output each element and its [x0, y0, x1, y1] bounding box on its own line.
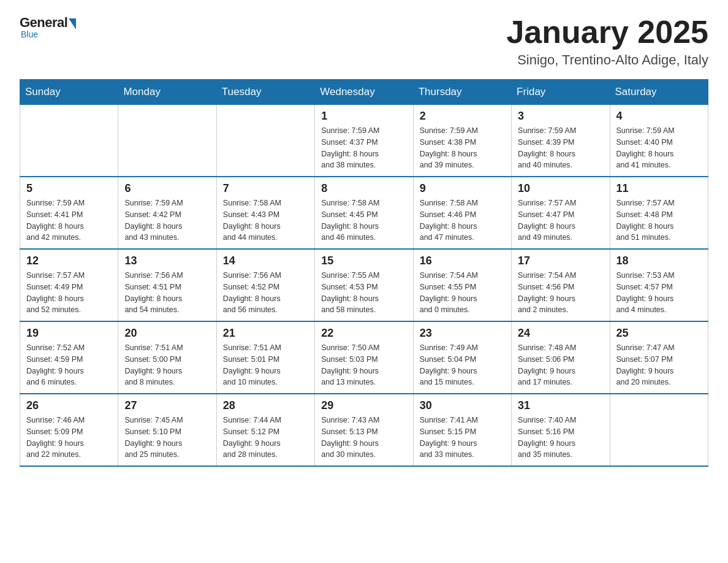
day-info: Sunrise: 7:55 AMSunset: 4:53 PMDaylight:…: [321, 270, 406, 316]
day-number: 15: [321, 255, 406, 267]
day-info: Sunrise: 7:58 AMSunset: 4:45 PMDaylight:…: [321, 197, 406, 243]
day-number: 26: [26, 399, 112, 412]
title-block: January 2025 Sinigo, Trentino-Alto Adige…: [506, 15, 708, 68]
logo-blue-text: Blue: [21, 29, 38, 39]
logo-general-text: General: [20, 15, 67, 31]
calendar-cell: [216, 105, 314, 177]
day-info: Sunrise: 7:56 AMSunset: 4:52 PMDaylight:…: [223, 270, 308, 316]
day-number: 1: [321, 110, 406, 123]
calendar-cell: 24Sunrise: 7:48 AMSunset: 5:06 PMDayligh…: [512, 321, 610, 394]
day-number: 18: [616, 255, 702, 267]
day-info: Sunrise: 7:40 AMSunset: 5:16 PMDaylight:…: [518, 415, 603, 461]
day-info: Sunrise: 7:59 AMSunset: 4:39 PMDaylight:…: [518, 125, 603, 171]
calendar-cell: 30Sunrise: 7:41 AMSunset: 5:15 PMDayligh…: [413, 394, 511, 466]
week-row-3: 12Sunrise: 7:57 AMSunset: 4:49 PMDayligh…: [20, 249, 708, 321]
day-info: Sunrise: 7:43 AMSunset: 5:13 PMDaylight:…: [321, 415, 406, 461]
calendar-cell: 26Sunrise: 7:46 AMSunset: 5:09 PMDayligh…: [20, 394, 118, 466]
day-info: Sunrise: 7:58 AMSunset: 4:43 PMDaylight:…: [223, 197, 308, 243]
calendar-cell: [20, 105, 118, 177]
calendar-cell: 9Sunrise: 7:58 AMSunset: 4:46 PMDaylight…: [413, 177, 511, 249]
day-info: Sunrise: 7:45 AMSunset: 5:10 PMDaylight:…: [124, 415, 210, 461]
day-number: 29: [321, 399, 406, 412]
day-info: Sunrise: 7:57 AMSunset: 4:48 PMDaylight:…: [616, 197, 702, 243]
calendar-header: SundayMondayTuesdayWednesdayThursdayFrid…: [20, 80, 708, 105]
day-number: 20: [124, 327, 210, 340]
day-info: Sunrise: 7:41 AMSunset: 5:15 PMDaylight:…: [420, 415, 505, 461]
day-info: Sunrise: 7:59 AMSunset: 4:40 PMDaylight:…: [616, 125, 702, 171]
day-number: 17: [518, 255, 603, 267]
header-saturday: Saturday: [610, 80, 708, 105]
day-info: Sunrise: 7:53 AMSunset: 4:57 PMDaylight:…: [616, 270, 702, 316]
calendar-cell: 12Sunrise: 7:57 AMSunset: 4:49 PMDayligh…: [20, 249, 118, 321]
day-info: Sunrise: 7:51 AMSunset: 5:00 PMDaylight:…: [124, 342, 210, 388]
day-info: Sunrise: 7:48 AMSunset: 5:06 PMDaylight:…: [518, 342, 603, 388]
day-info: Sunrise: 7:59 AMSunset: 4:42 PMDaylight:…: [124, 197, 210, 243]
logo: General Blue: [20, 15, 76, 39]
header-row: SundayMondayTuesdayWednesdayThursdayFrid…: [20, 80, 708, 105]
calendar-cell: 25Sunrise: 7:47 AMSunset: 5:07 PMDayligh…: [610, 321, 708, 394]
day-info: Sunrise: 7:51 AMSunset: 5:01 PMDaylight:…: [223, 342, 308, 388]
day-number: 10: [518, 182, 603, 195]
day-number: 14: [223, 255, 308, 267]
day-number: 28: [223, 399, 308, 412]
day-info: Sunrise: 7:49 AMSunset: 5:04 PMDaylight:…: [420, 342, 505, 388]
calendar-cell: 19Sunrise: 7:52 AMSunset: 4:59 PMDayligh…: [20, 321, 118, 394]
page-header: General Blue January 2025 Sinigo, Trenti…: [20, 15, 708, 68]
day-number: 24: [518, 327, 603, 340]
day-info: Sunrise: 7:57 AMSunset: 4:47 PMDaylight:…: [518, 197, 603, 243]
calendar-cell: 14Sunrise: 7:56 AMSunset: 4:52 PMDayligh…: [216, 249, 314, 321]
day-number: 22: [321, 327, 406, 340]
day-info: Sunrise: 7:58 AMSunset: 4:46 PMDaylight:…: [420, 197, 505, 243]
day-info: Sunrise: 7:47 AMSunset: 5:07 PMDaylight:…: [616, 342, 702, 388]
day-number: 2: [420, 110, 505, 123]
calendar-cell: 28Sunrise: 7:44 AMSunset: 5:12 PMDayligh…: [216, 394, 314, 466]
day-info: Sunrise: 7:56 AMSunset: 4:51 PMDaylight:…: [124, 270, 210, 316]
day-info: Sunrise: 7:59 AMSunset: 4:38 PMDaylight:…: [420, 125, 505, 171]
day-number: 30: [420, 399, 505, 412]
week-row-1: 1Sunrise: 7:59 AMSunset: 4:37 PMDaylight…: [20, 105, 708, 177]
calendar-table: SundayMondayTuesdayWednesdayThursdayFrid…: [20, 79, 708, 467]
day-info: Sunrise: 7:50 AMSunset: 5:03 PMDaylight:…: [321, 342, 406, 388]
calendar-cell: 7Sunrise: 7:58 AMSunset: 4:43 PMDaylight…: [216, 177, 314, 249]
logo-arrow-icon: [69, 18, 76, 29]
calendar-cell: 15Sunrise: 7:55 AMSunset: 4:53 PMDayligh…: [315, 249, 413, 321]
day-info: Sunrise: 7:59 AMSunset: 4:41 PMDaylight:…: [26, 197, 112, 243]
day-info: Sunrise: 7:44 AMSunset: 5:12 PMDaylight:…: [223, 415, 308, 461]
day-number: 12: [26, 255, 112, 267]
calendar-cell: 3Sunrise: 7:59 AMSunset: 4:39 PMDaylight…: [512, 105, 610, 177]
calendar-cell: 11Sunrise: 7:57 AMSunset: 4:48 PMDayligh…: [610, 177, 708, 249]
calendar-cell: 20Sunrise: 7:51 AMSunset: 5:00 PMDayligh…: [118, 321, 216, 394]
header-monday: Monday: [118, 80, 216, 105]
day-number: 27: [124, 399, 210, 412]
day-info: Sunrise: 7:52 AMSunset: 4:59 PMDaylight:…: [26, 342, 112, 388]
day-number: 5: [26, 182, 112, 195]
header-sunday: Sunday: [20, 80, 118, 105]
day-number: 16: [420, 255, 505, 267]
day-number: 6: [124, 182, 210, 195]
calendar-cell: [118, 105, 216, 177]
day-number: 21: [223, 327, 308, 340]
calendar-cell: 8Sunrise: 7:58 AMSunset: 4:45 PMDaylight…: [315, 177, 413, 249]
calendar-cell: 10Sunrise: 7:57 AMSunset: 4:47 PMDayligh…: [512, 177, 610, 249]
day-info: Sunrise: 7:59 AMSunset: 4:37 PMDaylight:…: [321, 125, 406, 171]
calendar-cell: 2Sunrise: 7:59 AMSunset: 4:38 PMDaylight…: [413, 105, 511, 177]
calendar-body: 1Sunrise: 7:59 AMSunset: 4:37 PMDaylight…: [20, 105, 708, 467]
day-info: Sunrise: 7:46 AMSunset: 5:09 PMDaylight:…: [26, 415, 112, 461]
calendar-cell: 31Sunrise: 7:40 AMSunset: 5:16 PMDayligh…: [512, 394, 610, 466]
day-number: 7: [223, 182, 308, 195]
header-friday: Friday: [512, 80, 610, 105]
calendar-cell: 21Sunrise: 7:51 AMSunset: 5:01 PMDayligh…: [216, 321, 314, 394]
day-number: 13: [124, 255, 210, 267]
calendar-cell: 13Sunrise: 7:56 AMSunset: 4:51 PMDayligh…: [118, 249, 216, 321]
calendar-cell: 4Sunrise: 7:59 AMSunset: 4:40 PMDaylight…: [610, 105, 708, 177]
header-wednesday: Wednesday: [315, 80, 413, 105]
calendar-cell: [610, 394, 708, 466]
week-row-2: 5Sunrise: 7:59 AMSunset: 4:41 PMDaylight…: [20, 177, 708, 249]
day-number: 11: [616, 182, 702, 195]
day-info: Sunrise: 7:54 AMSunset: 4:56 PMDaylight:…: [518, 270, 603, 316]
day-number: 3: [518, 110, 603, 123]
day-number: 4: [616, 110, 702, 123]
calendar-cell: 5Sunrise: 7:59 AMSunset: 4:41 PMDaylight…: [20, 177, 118, 249]
calendar-cell: 27Sunrise: 7:45 AMSunset: 5:10 PMDayligh…: [118, 394, 216, 466]
calendar-cell: 23Sunrise: 7:49 AMSunset: 5:04 PMDayligh…: [413, 321, 511, 394]
